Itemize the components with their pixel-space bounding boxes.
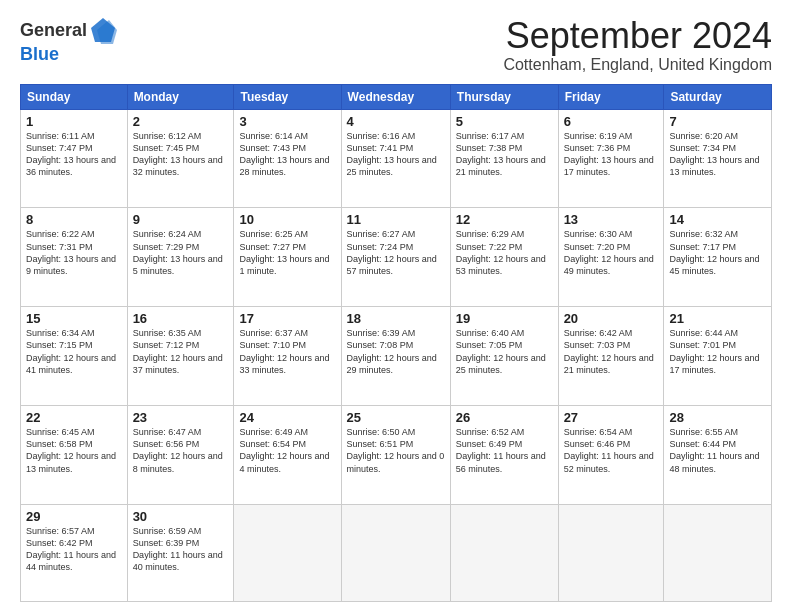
cell-text: Sunrise: 6:47 AMSunset: 6:56 PMDaylight:… <box>133 427 223 473</box>
day-number: 1 <box>26 114 122 129</box>
table-row: 9 Sunrise: 6:24 AMSunset: 7:29 PMDayligh… <box>127 208 234 307</box>
table-row: 22 Sunrise: 6:45 AMSunset: 6:58 PMDaylig… <box>21 406 128 505</box>
table-row <box>450 505 558 602</box>
logo-blue-text: Blue <box>20 44 59 65</box>
day-number: 9 <box>133 212 229 227</box>
col-sunday: Sunday <box>21 84 128 109</box>
calendar-week-row: 8 Sunrise: 6:22 AMSunset: 7:31 PMDayligh… <box>21 208 772 307</box>
day-number: 22 <box>26 410 122 425</box>
cell-text: Sunrise: 6:59 AMSunset: 6:39 PMDaylight:… <box>133 526 223 572</box>
day-number: 14 <box>669 212 766 227</box>
cell-text: Sunrise: 6:57 AMSunset: 6:42 PMDaylight:… <box>26 526 116 572</box>
table-row: 27 Sunrise: 6:54 AMSunset: 6:46 PMDaylig… <box>558 406 664 505</box>
table-row: 23 Sunrise: 6:47 AMSunset: 6:56 PMDaylig… <box>127 406 234 505</box>
cell-text: Sunrise: 6:55 AMSunset: 6:44 PMDaylight:… <box>669 427 759 473</box>
day-number: 3 <box>239 114 335 129</box>
table-row: 15 Sunrise: 6:34 AMSunset: 7:15 PMDaylig… <box>21 307 128 406</box>
cell-text: Sunrise: 6:12 AMSunset: 7:45 PMDaylight:… <box>133 131 223 177</box>
title-section: September 2024 Cottenham, England, Unite… <box>503 16 772 74</box>
month-title: September 2024 <box>503 16 772 56</box>
day-number: 30 <box>133 509 229 524</box>
table-row: 17 Sunrise: 6:37 AMSunset: 7:10 PMDaylig… <box>234 307 341 406</box>
calendar-week-row: 1 Sunrise: 6:11 AMSunset: 7:47 PMDayligh… <box>21 109 772 208</box>
calendar-week-row: 15 Sunrise: 6:34 AMSunset: 7:15 PMDaylig… <box>21 307 772 406</box>
cell-text: Sunrise: 6:37 AMSunset: 7:10 PMDaylight:… <box>239 328 329 374</box>
day-number: 20 <box>564 311 659 326</box>
table-row <box>558 505 664 602</box>
table-row <box>234 505 341 602</box>
table-row: 7 Sunrise: 6:20 AMSunset: 7:34 PMDayligh… <box>664 109 772 208</box>
cell-text: Sunrise: 6:14 AMSunset: 7:43 PMDaylight:… <box>239 131 329 177</box>
cell-text: Sunrise: 6:40 AMSunset: 7:05 PMDaylight:… <box>456 328 546 374</box>
table-row: 28 Sunrise: 6:55 AMSunset: 6:44 PMDaylig… <box>664 406 772 505</box>
day-number: 16 <box>133 311 229 326</box>
table-row: 16 Sunrise: 6:35 AMSunset: 7:12 PMDaylig… <box>127 307 234 406</box>
day-number: 19 <box>456 311 553 326</box>
col-wednesday: Wednesday <box>341 84 450 109</box>
day-number: 18 <box>347 311 445 326</box>
table-row: 19 Sunrise: 6:40 AMSunset: 7:05 PMDaylig… <box>450 307 558 406</box>
table-row: 4 Sunrise: 6:16 AMSunset: 7:41 PMDayligh… <box>341 109 450 208</box>
cell-text: Sunrise: 6:20 AMSunset: 7:34 PMDaylight:… <box>669 131 759 177</box>
day-number: 5 <box>456 114 553 129</box>
calendar-header-row: Sunday Monday Tuesday Wednesday Thursday… <box>21 84 772 109</box>
day-number: 28 <box>669 410 766 425</box>
cell-text: Sunrise: 6:32 AMSunset: 7:17 PMDaylight:… <box>669 229 759 275</box>
table-row <box>664 505 772 602</box>
table-row: 18 Sunrise: 6:39 AMSunset: 7:08 PMDaylig… <box>341 307 450 406</box>
day-number: 12 <box>456 212 553 227</box>
day-number: 13 <box>564 212 659 227</box>
table-row: 14 Sunrise: 6:32 AMSunset: 7:17 PMDaylig… <box>664 208 772 307</box>
table-row: 21 Sunrise: 6:44 AMSunset: 7:01 PMDaylig… <box>664 307 772 406</box>
col-friday: Friday <box>558 84 664 109</box>
cell-text: Sunrise: 6:54 AMSunset: 6:46 PMDaylight:… <box>564 427 654 473</box>
table-row: 2 Sunrise: 6:12 AMSunset: 7:45 PMDayligh… <box>127 109 234 208</box>
table-row: 3 Sunrise: 6:14 AMSunset: 7:43 PMDayligh… <box>234 109 341 208</box>
day-number: 6 <box>564 114 659 129</box>
day-number: 7 <box>669 114 766 129</box>
table-row: 6 Sunrise: 6:19 AMSunset: 7:36 PMDayligh… <box>558 109 664 208</box>
day-number: 8 <box>26 212 122 227</box>
table-row: 5 Sunrise: 6:17 AMSunset: 7:38 PMDayligh… <box>450 109 558 208</box>
table-row: 10 Sunrise: 6:25 AMSunset: 7:27 PMDaylig… <box>234 208 341 307</box>
cell-text: Sunrise: 6:35 AMSunset: 7:12 PMDaylight:… <box>133 328 223 374</box>
table-row: 1 Sunrise: 6:11 AMSunset: 7:47 PMDayligh… <box>21 109 128 208</box>
day-number: 23 <box>133 410 229 425</box>
logo-icon <box>89 16 117 44</box>
cell-text: Sunrise: 6:27 AMSunset: 7:24 PMDaylight:… <box>347 229 437 275</box>
table-row: 12 Sunrise: 6:29 AMSunset: 7:22 PMDaylig… <box>450 208 558 307</box>
day-number: 2 <box>133 114 229 129</box>
cell-text: Sunrise: 6:45 AMSunset: 6:58 PMDaylight:… <box>26 427 116 473</box>
cell-text: Sunrise: 6:42 AMSunset: 7:03 PMDaylight:… <box>564 328 654 374</box>
location: Cottenham, England, United Kingdom <box>503 56 772 74</box>
cell-text: Sunrise: 6:25 AMSunset: 7:27 PMDaylight:… <box>239 229 329 275</box>
day-number: 21 <box>669 311 766 326</box>
col-saturday: Saturday <box>664 84 772 109</box>
day-number: 11 <box>347 212 445 227</box>
table-row: 30 Sunrise: 6:59 AMSunset: 6:39 PMDaylig… <box>127 505 234 602</box>
cell-text: Sunrise: 6:19 AMSunset: 7:36 PMDaylight:… <box>564 131 654 177</box>
col-tuesday: Tuesday <box>234 84 341 109</box>
cell-text: Sunrise: 6:29 AMSunset: 7:22 PMDaylight:… <box>456 229 546 275</box>
day-number: 25 <box>347 410 445 425</box>
cell-text: Sunrise: 6:22 AMSunset: 7:31 PMDaylight:… <box>26 229 116 275</box>
calendar-page: General Blue September 2024 Cottenham, E… <box>0 0 792 612</box>
day-number: 26 <box>456 410 553 425</box>
table-row: 29 Sunrise: 6:57 AMSunset: 6:42 PMDaylig… <box>21 505 128 602</box>
cell-text: Sunrise: 6:39 AMSunset: 7:08 PMDaylight:… <box>347 328 437 374</box>
cell-text: Sunrise: 6:49 AMSunset: 6:54 PMDaylight:… <box>239 427 329 473</box>
cell-text: Sunrise: 6:24 AMSunset: 7:29 PMDaylight:… <box>133 229 223 275</box>
calendar-week-row: 29 Sunrise: 6:57 AMSunset: 6:42 PMDaylig… <box>21 505 772 602</box>
table-row: 8 Sunrise: 6:22 AMSunset: 7:31 PMDayligh… <box>21 208 128 307</box>
header: General Blue September 2024 Cottenham, E… <box>20 16 772 74</box>
day-number: 10 <box>239 212 335 227</box>
cell-text: Sunrise: 6:11 AMSunset: 7:47 PMDaylight:… <box>26 131 116 177</box>
cell-text: Sunrise: 6:16 AMSunset: 7:41 PMDaylight:… <box>347 131 437 177</box>
col-monday: Monday <box>127 84 234 109</box>
table-row: 11 Sunrise: 6:27 AMSunset: 7:24 PMDaylig… <box>341 208 450 307</box>
day-number: 27 <box>564 410 659 425</box>
cell-text: Sunrise: 6:50 AMSunset: 6:51 PMDaylight:… <box>347 427 445 473</box>
logo-general-text: General <box>20 20 87 41</box>
cell-text: Sunrise: 6:30 AMSunset: 7:20 PMDaylight:… <box>564 229 654 275</box>
calendar-week-row: 22 Sunrise: 6:45 AMSunset: 6:58 PMDaylig… <box>21 406 772 505</box>
